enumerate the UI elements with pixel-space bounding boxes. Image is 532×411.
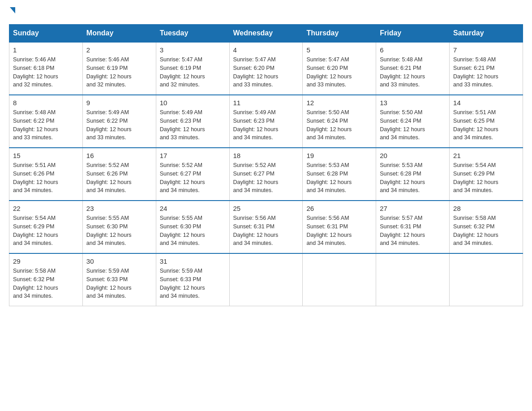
calendar-cell xyxy=(303,253,376,306)
calendar-week-row: 29 Sunrise: 5:58 AM Sunset: 6:32 PM Dayl… xyxy=(9,253,523,306)
day-info: Sunrise: 5:48 AM Sunset: 6:22 PM Dayligh… xyxy=(13,108,79,142)
calendar-cell: 2 Sunrise: 5:46 AM Sunset: 6:19 PM Dayli… xyxy=(82,42,156,95)
day-number: 10 xyxy=(160,99,226,107)
calendar-week-row: 22 Sunrise: 5:54 AM Sunset: 6:29 PM Dayl… xyxy=(9,201,523,253)
day-number: 7 xyxy=(453,46,519,54)
calendar-cell xyxy=(376,253,450,306)
col-header-saturday: Saturday xyxy=(450,25,523,43)
calendar-cell: 6 Sunrise: 5:48 AM Sunset: 6:21 PM Dayli… xyxy=(376,42,450,95)
logo xyxy=(9,9,15,15)
calendar-cell: 20 Sunrise: 5:53 AM Sunset: 6:28 PM Dayl… xyxy=(376,148,450,201)
calendar-cell: 27 Sunrise: 5:57 AM Sunset: 6:31 PM Dayl… xyxy=(376,201,450,253)
calendar-cell: 19 Sunrise: 5:53 AM Sunset: 6:28 PM Dayl… xyxy=(303,148,376,201)
day-number: 30 xyxy=(86,257,152,265)
day-info: Sunrise: 5:49 AM Sunset: 6:23 PM Dayligh… xyxy=(233,108,299,142)
day-number: 3 xyxy=(160,46,226,54)
col-header-monday: Monday xyxy=(82,25,156,43)
day-info: Sunrise: 5:49 AM Sunset: 6:23 PM Dayligh… xyxy=(160,108,226,142)
calendar-cell: 21 Sunrise: 5:54 AM Sunset: 6:29 PM Dayl… xyxy=(450,148,523,201)
day-info: Sunrise: 5:46 AM Sunset: 6:19 PM Dayligh… xyxy=(86,56,152,89)
day-info: Sunrise: 5:54 AM Sunset: 6:29 PM Dayligh… xyxy=(13,214,79,248)
day-info: Sunrise: 5:53 AM Sunset: 6:28 PM Dayligh… xyxy=(306,161,372,195)
day-info: Sunrise: 5:47 AM Sunset: 6:20 PM Dayligh… xyxy=(306,56,372,89)
day-number: 13 xyxy=(380,99,446,107)
day-number: 28 xyxy=(453,205,519,212)
col-header-thursday: Thursday xyxy=(303,25,376,43)
calendar-cell: 8 Sunrise: 5:48 AM Sunset: 6:22 PM Dayli… xyxy=(9,95,83,148)
day-info: Sunrise: 5:55 AM Sunset: 6:30 PM Dayligh… xyxy=(86,214,152,248)
day-number: 12 xyxy=(306,99,372,107)
day-info: Sunrise: 5:50 AM Sunset: 6:24 PM Dayligh… xyxy=(306,108,372,142)
day-number: 24 xyxy=(160,205,226,212)
col-header-wednesday: Wednesday xyxy=(229,25,303,43)
calendar-cell xyxy=(229,253,303,306)
day-number: 25 xyxy=(233,205,299,212)
calendar-cell: 7 Sunrise: 5:48 AM Sunset: 6:21 PM Dayli… xyxy=(450,42,523,95)
day-number: 17 xyxy=(160,152,226,159)
day-number: 31 xyxy=(160,257,226,265)
calendar-cell: 28 Sunrise: 5:58 AM Sunset: 6:32 PM Dayl… xyxy=(450,201,523,253)
calendar-cell: 26 Sunrise: 5:56 AM Sunset: 6:31 PM Dayl… xyxy=(303,201,376,253)
day-number: 22 xyxy=(13,205,79,212)
day-info: Sunrise: 5:48 AM Sunset: 6:21 PM Dayligh… xyxy=(453,56,519,89)
day-number: 14 xyxy=(453,99,519,107)
calendar-cell: 11 Sunrise: 5:49 AM Sunset: 6:23 PM Dayl… xyxy=(229,95,303,148)
day-number: 6 xyxy=(380,46,446,54)
calendar-week-row: 8 Sunrise: 5:48 AM Sunset: 6:22 PM Dayli… xyxy=(9,95,523,148)
page-header xyxy=(9,9,523,15)
day-number: 29 xyxy=(13,257,79,265)
calendar-cell: 4 Sunrise: 5:47 AM Sunset: 6:20 PM Dayli… xyxy=(229,42,303,95)
day-info: Sunrise: 5:49 AM Sunset: 6:22 PM Dayligh… xyxy=(86,108,152,142)
day-info: Sunrise: 5:47 AM Sunset: 6:19 PM Dayligh… xyxy=(160,56,226,89)
calendar-cell: 24 Sunrise: 5:55 AM Sunset: 6:30 PM Dayl… xyxy=(156,201,229,253)
day-info: Sunrise: 5:46 AM Sunset: 6:18 PM Dayligh… xyxy=(13,56,79,89)
calendar-table: SundayMondayTuesdayWednesdayThursdayFrid… xyxy=(9,24,523,306)
calendar-cell: 16 Sunrise: 5:52 AM Sunset: 6:26 PM Dayl… xyxy=(82,148,156,201)
calendar-cell xyxy=(450,253,523,306)
day-info: Sunrise: 5:58 AM Sunset: 6:32 PM Dayligh… xyxy=(453,214,519,248)
logo-arrow-icon xyxy=(10,7,15,13)
col-header-friday: Friday xyxy=(376,25,450,43)
calendar-cell: 13 Sunrise: 5:50 AM Sunset: 6:24 PM Dayl… xyxy=(376,95,450,148)
day-number: 21 xyxy=(453,152,519,159)
day-info: Sunrise: 5:52 AM Sunset: 6:27 PM Dayligh… xyxy=(160,161,226,195)
day-number: 27 xyxy=(380,205,446,212)
calendar-cell: 22 Sunrise: 5:54 AM Sunset: 6:29 PM Dayl… xyxy=(9,201,83,253)
day-info: Sunrise: 5:57 AM Sunset: 6:31 PM Dayligh… xyxy=(380,214,446,248)
calendar-cell: 3 Sunrise: 5:47 AM Sunset: 6:19 PM Dayli… xyxy=(156,42,229,95)
calendar-cell: 31 Sunrise: 5:59 AM Sunset: 6:33 PM Dayl… xyxy=(156,253,229,306)
calendar-week-row: 1 Sunrise: 5:46 AM Sunset: 6:18 PM Dayli… xyxy=(9,42,523,95)
calendar-cell: 25 Sunrise: 5:56 AM Sunset: 6:31 PM Dayl… xyxy=(229,201,303,253)
calendar-cell: 12 Sunrise: 5:50 AM Sunset: 6:24 PM Dayl… xyxy=(303,95,376,148)
day-number: 5 xyxy=(306,46,372,54)
col-header-tuesday: Tuesday xyxy=(156,25,229,43)
day-number: 11 xyxy=(233,99,299,107)
day-info: Sunrise: 5:52 AM Sunset: 6:27 PM Dayligh… xyxy=(233,161,299,195)
day-info: Sunrise: 5:47 AM Sunset: 6:20 PM Dayligh… xyxy=(233,56,299,89)
calendar-cell: 14 Sunrise: 5:51 AM Sunset: 6:25 PM Dayl… xyxy=(450,95,523,148)
calendar-cell: 10 Sunrise: 5:49 AM Sunset: 6:23 PM Dayl… xyxy=(156,95,229,148)
day-info: Sunrise: 5:53 AM Sunset: 6:28 PM Dayligh… xyxy=(380,161,446,195)
day-number: 18 xyxy=(233,152,299,159)
day-info: Sunrise: 5:59 AM Sunset: 6:33 PM Dayligh… xyxy=(160,267,226,300)
day-info: Sunrise: 5:54 AM Sunset: 6:29 PM Dayligh… xyxy=(453,161,519,195)
day-info: Sunrise: 5:59 AM Sunset: 6:33 PM Dayligh… xyxy=(86,267,152,300)
calendar-cell: 23 Sunrise: 5:55 AM Sunset: 6:30 PM Dayl… xyxy=(82,201,156,253)
day-info: Sunrise: 5:58 AM Sunset: 6:32 PM Dayligh… xyxy=(13,267,79,300)
calendar-cell: 30 Sunrise: 5:59 AM Sunset: 6:33 PM Dayl… xyxy=(82,253,156,306)
day-number: 20 xyxy=(380,152,446,159)
calendar-cell: 1 Sunrise: 5:46 AM Sunset: 6:18 PM Dayli… xyxy=(9,42,83,95)
day-number: 1 xyxy=(13,46,79,54)
day-number: 23 xyxy=(86,205,152,212)
col-header-sunday: Sunday xyxy=(9,25,83,43)
calendar-header-row: SundayMondayTuesdayWednesdayThursdayFrid… xyxy=(9,25,523,43)
day-info: Sunrise: 5:51 AM Sunset: 6:25 PM Dayligh… xyxy=(453,108,519,142)
day-info: Sunrise: 5:56 AM Sunset: 6:31 PM Dayligh… xyxy=(306,214,372,248)
day-number: 8 xyxy=(13,99,79,107)
calendar-cell: 18 Sunrise: 5:52 AM Sunset: 6:27 PM Dayl… xyxy=(229,148,303,201)
day-number: 15 xyxy=(13,152,79,159)
day-info: Sunrise: 5:55 AM Sunset: 6:30 PM Dayligh… xyxy=(160,214,226,248)
calendar-cell: 17 Sunrise: 5:52 AM Sunset: 6:27 PM Dayl… xyxy=(156,148,229,201)
calendar-cell: 5 Sunrise: 5:47 AM Sunset: 6:20 PM Dayli… xyxy=(303,42,376,95)
day-number: 2 xyxy=(86,46,152,54)
